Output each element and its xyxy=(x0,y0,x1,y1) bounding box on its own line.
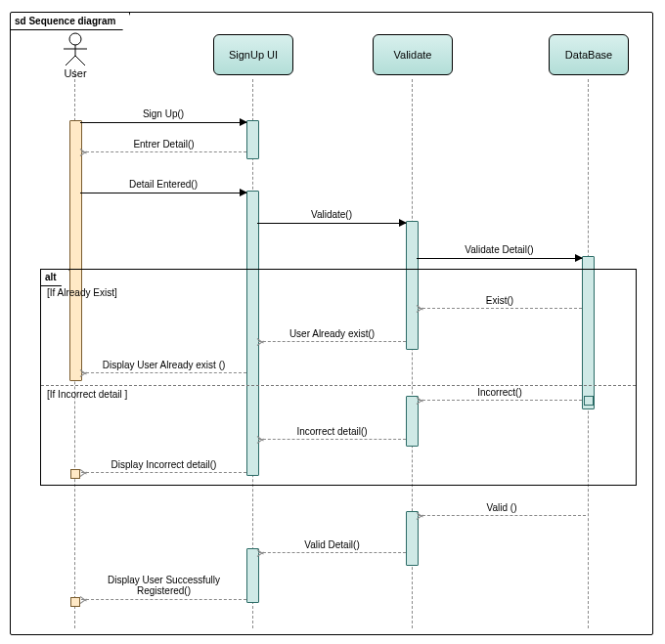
msg-label: Display User Successfully Registered() xyxy=(81,575,246,596)
msg-valid: Valid () xyxy=(418,515,586,517)
arrow-icon xyxy=(417,305,424,313)
msg-label: Sign Up() xyxy=(80,108,246,119)
msg-sign-up: Sign Up() xyxy=(80,122,246,123)
alt-guard-1: [If Already Exist] xyxy=(47,287,117,298)
arrow-icon xyxy=(257,338,265,346)
activation-signup-1 xyxy=(246,120,259,159)
msg-label: Validate() xyxy=(257,209,406,220)
msg-label: Entrer Detail() xyxy=(81,139,246,150)
arrow-icon xyxy=(240,118,247,126)
msg-label: Display Incorrect detail() xyxy=(81,459,246,470)
arrow-icon xyxy=(240,189,247,196)
msg-label: Display User Already exist () xyxy=(81,360,246,370)
msg-label: Incorrect() xyxy=(418,387,582,398)
msg-valid-detail: Valid Detail() xyxy=(258,552,406,554)
arrow-icon xyxy=(417,512,424,520)
msg-detail-entered: Detail Entered() xyxy=(80,193,246,193)
msg-incorrect-detail: Incorrect detail() xyxy=(258,439,406,441)
alt-guard-2: [If Incorrect detail ] xyxy=(47,389,127,400)
lifeline-validate-head: Validate xyxy=(373,34,453,75)
arrow-icon xyxy=(80,149,88,156)
arrow-icon xyxy=(575,254,583,262)
alt-label: alt xyxy=(41,270,69,286)
msg-display-incorrect: Display Incorrect detail() xyxy=(81,472,246,474)
arrow-icon xyxy=(399,219,407,227)
msg-exist: Exist() xyxy=(418,308,582,310)
msg-label: Validate Detail() xyxy=(417,244,582,255)
svg-point-0 xyxy=(69,33,81,45)
msg-label: User Already exist() xyxy=(258,328,406,339)
msg-enter-detail: Entrer Detail() xyxy=(81,151,246,153)
lifeline-user-label: User xyxy=(46,67,105,79)
arrow-icon xyxy=(257,549,265,557)
msg-incorrect: Incorrect() xyxy=(418,400,582,402)
msg-validate-detail: Validate Detail() xyxy=(417,258,582,259)
msg-label: Valid () xyxy=(418,502,586,513)
msg-label: Detail Entered() xyxy=(80,179,246,190)
frame-title: sd Sequence diagram xyxy=(11,13,130,30)
msg-validate: Validate() xyxy=(257,223,406,224)
msg-user-already-exist: User Already exist() xyxy=(258,341,406,343)
activation-user-term-2 xyxy=(70,597,80,607)
lifeline-signup-head: SignUp UI xyxy=(213,34,293,75)
arrow-icon xyxy=(80,596,88,604)
msg-label: Exist() xyxy=(418,295,582,306)
diagram-frame: sd Sequence diagram User SignUp UI Valid… xyxy=(10,12,653,635)
msg-display-success: Display User Successfully Registered() xyxy=(81,599,246,601)
svg-line-3 xyxy=(66,56,75,65)
lifeline-database-head: DataBase xyxy=(549,34,629,75)
svg-line-4 xyxy=(75,56,85,65)
msg-label: Incorrect detail() xyxy=(258,426,406,437)
actor-icon xyxy=(56,32,95,67)
alt-separator xyxy=(41,385,636,386)
msg-label: Valid Detail() xyxy=(258,539,406,550)
arrow-icon xyxy=(257,436,265,444)
arrow-icon xyxy=(80,369,88,377)
arrow-icon xyxy=(417,397,424,405)
msg-display-already-exist: Display User Already exist () xyxy=(81,372,246,374)
arrow-icon xyxy=(80,469,88,477)
